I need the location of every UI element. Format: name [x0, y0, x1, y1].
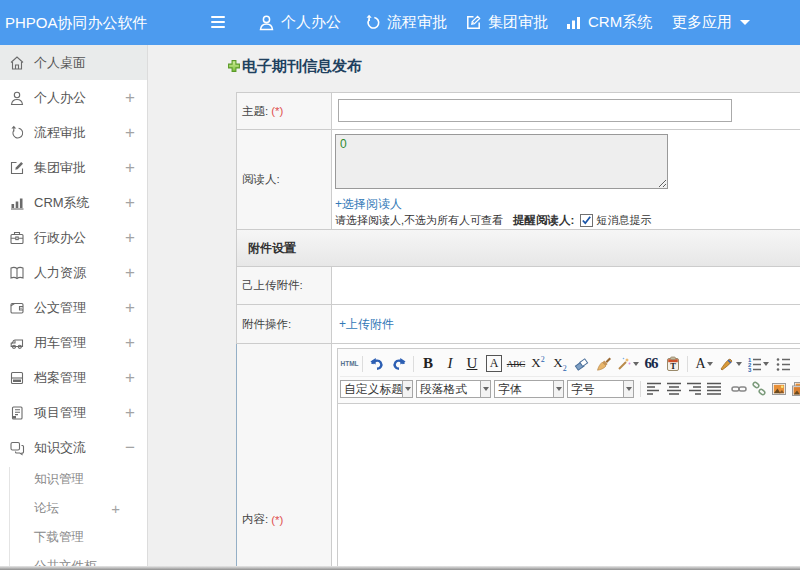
expand-toggle[interactable]: + — [125, 263, 135, 283]
sidebar-item-8[interactable]: 用车管理 + — [0, 325, 147, 360]
editor-align-left-button[interactable] — [644, 378, 664, 400]
editor-combo-3[interactable]: 字号 — [567, 380, 634, 398]
uploaded-attachment-value — [332, 267, 800, 304]
expand-toggle[interactable]: + — [125, 123, 135, 143]
combo-arrow-icon[interactable] — [402, 381, 412, 397]
editor-toolbar-row2: 自定义标题 段落格式 字体 字号 — [340, 376, 800, 401]
sidebar-item-4[interactable]: CRM系统 + — [0, 185, 147, 220]
sidebar-subitem-1[interactable]: 论坛 + — [0, 494, 147, 523]
editor-fontcolor-button[interactable]: A — [691, 353, 717, 375]
person-icon — [258, 14, 275, 31]
editor-wand-button[interactable] — [615, 353, 640, 375]
editor-html-button[interactable]: HTML — [340, 353, 359, 375]
topnav-label: 个人办公 — [281, 13, 341, 32]
editor-redo-button[interactable] — [388, 353, 410, 375]
editor-subscript-button[interactable]: X2 — [549, 353, 571, 375]
top-navigation: 个人办公 流程审批 集团审批 CRM系统 更多应用 — [0, 0, 800, 45]
editor-bold-button[interactable]: B — [417, 353, 439, 375]
sidebar-item-0[interactable]: 个人桌面 — [0, 45, 147, 80]
topnav-label: 集团审批 — [488, 13, 548, 32]
expand-toggle[interactable]: − — [125, 438, 135, 458]
expand-toggle[interactable]: + — [125, 228, 135, 248]
edit-icon — [9, 160, 25, 176]
sidebar-item-9[interactable]: 档案管理 + — [0, 360, 147, 395]
expand-toggle[interactable]: + — [125, 298, 135, 318]
briefcase-icon — [9, 230, 25, 246]
editor-superscript-button[interactable]: X2 — [527, 353, 549, 375]
edit-icon — [465, 14, 482, 31]
editor-multiimage-button[interactable] — [789, 378, 800, 400]
editor-link-button[interactable] — [729, 378, 749, 400]
editor-strikethrough-button[interactable]: ABC — [505, 353, 527, 375]
combo-arrow-icon[interactable] — [553, 381, 563, 397]
editor-combo-2[interactable]: 字体 — [494, 380, 564, 398]
editor-combo-1[interactable]: 段落格式 — [416, 380, 491, 398]
sidebar-item-11[interactable]: 知识交流 − — [0, 430, 147, 465]
editor-align-right-button[interactable] — [684, 378, 704, 400]
subject-input[interactable] — [338, 99, 732, 122]
upload-attachment-link[interactable]: +上传附件 — [339, 316, 394, 333]
editor-fontbox-button[interactable]: A — [483, 353, 505, 375]
expand-toggle[interactable]: + — [125, 193, 135, 213]
editor-justify-button[interactable] — [704, 378, 724, 400]
chat-copy-icon — [9, 440, 25, 456]
editor-italic-button[interactable]: I — [439, 353, 461, 375]
topnav-label: 流程审批 — [387, 13, 447, 32]
book-icon — [9, 265, 25, 281]
editor-format-brush-button[interactable] — [593, 353, 615, 375]
editor-ordered-list-button[interactable]: 123 — [743, 353, 772, 375]
topnav-personal-office[interactable]: 个人办公 — [258, 0, 341, 45]
document-icon — [9, 300, 25, 316]
toolbar-separator — [687, 356, 688, 372]
topnav-crm[interactable]: CRM系统 — [565, 0, 652, 45]
topnav-workflow[interactable]: 流程审批 — [364, 0, 447, 45]
sidebar-item-1[interactable]: 个人办公 + — [0, 80, 147, 115]
editor-image-button[interactable] — [769, 378, 789, 400]
editor-undo-button[interactable] — [366, 353, 388, 375]
page-title: 电子期刊信息发布 — [228, 55, 362, 77]
editor-highlight-button[interactable] — [717, 353, 743, 375]
sidebar-item-3[interactable]: 集团审批 + — [0, 150, 147, 185]
editor-content[interactable] — [338, 404, 800, 570]
flow-icon — [9, 125, 25, 141]
sidebar-subitem-2[interactable]: 下载管理 — [0, 523, 147, 552]
topnav-label: 更多应用 — [672, 13, 732, 32]
uploaded-attachment-label: 己上传附件: — [237, 267, 332, 304]
editor-unordered-list-button[interactable] — [772, 353, 794, 375]
editor-quote-button[interactable]: 66 — [640, 353, 662, 375]
car-icon — [9, 335, 25, 351]
topbar: PHPOA协同办公软件 个人办公 流程审批 集团审批 CRM系统 — [0, 0, 800, 45]
sidebar-item-7[interactable]: 公文管理 + — [0, 290, 147, 325]
sidebar: 个人桌面 个人办公 + 流程审批 + 集团审批 + CRM系统 + 行政办公 +… — [0, 45, 148, 570]
content-label: 内容:(*) — [237, 344, 332, 570]
editor-paste-button[interactable]: T — [662, 353, 684, 375]
toolbar-separator — [413, 356, 414, 372]
editor-eraser-button[interactable] — [571, 353, 593, 375]
rich-text-editor: HTMLBIUAABCX2X266TA123 自定义标题 段落格式 字体 字号 — [337, 348, 800, 570]
sidebar-subitem-0[interactable]: 知识管理 — [0, 465, 147, 494]
sidebar-item-6[interactable]: 人力资源 + — [0, 255, 147, 290]
form-row-readers: 阅读人: +选择阅读人 请选择阅读人,不选为所有人可查看 提醒阅读人: 短消息提… — [237, 130, 800, 230]
expand-toggle[interactable]: + — [111, 500, 120, 517]
editor-underline-button[interactable]: U — [461, 353, 483, 375]
editor-toolbar-row1: HTMLBIUAABCX2X266TA123 — [340, 351, 800, 376]
editor-combo-0[interactable]: 自定义标题 — [340, 380, 413, 398]
combo-arrow-icon[interactable] — [623, 381, 633, 397]
combo-arrow-icon[interactable] — [480, 381, 490, 397]
topnav-more-apps[interactable]: 更多应用 — [672, 0, 750, 45]
expand-toggle[interactable]: + — [125, 333, 135, 353]
sidebar-item-10[interactable]: 项目管理 + — [0, 395, 147, 430]
sms-remind-checkbox[interactable] — [580, 214, 593, 227]
expand-toggle[interactable]: + — [125, 88, 135, 108]
select-readers-link[interactable]: +选择阅读人 — [335, 196, 402, 213]
editor-unlink-button[interactable] — [749, 378, 769, 400]
expand-toggle[interactable]: + — [125, 368, 135, 388]
sidebar-item-5[interactable]: 行政办公 + — [0, 220, 147, 255]
topnav-group-approval[interactable]: 集团审批 — [465, 0, 548, 45]
editor-align-center-button[interactable] — [664, 378, 684, 400]
readers-label: 阅读人: — [237, 130, 332, 229]
expand-toggle[interactable]: + — [125, 403, 135, 423]
expand-toggle[interactable]: + — [125, 158, 135, 178]
readers-textarea[interactable] — [335, 134, 668, 189]
sidebar-item-2[interactable]: 流程审批 + — [0, 115, 147, 150]
